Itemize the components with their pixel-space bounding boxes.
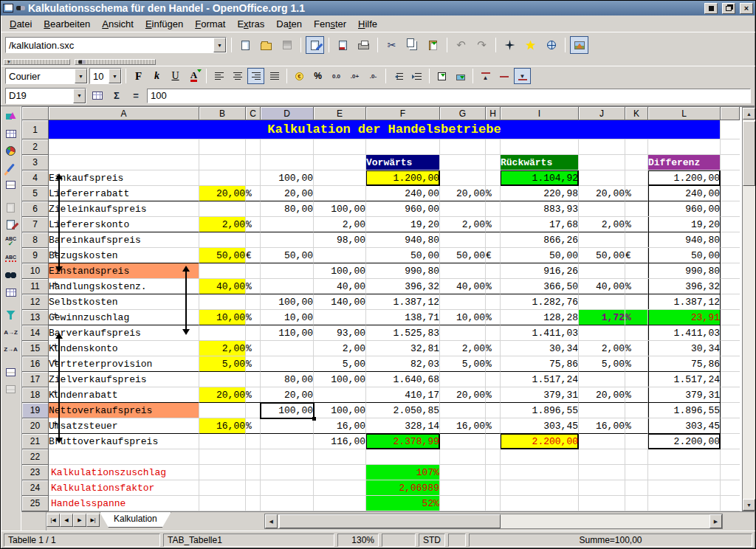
decrease-indent-button[interactable] bbox=[390, 68, 407, 84]
cell-C23[interactable] bbox=[246, 465, 261, 480]
new-document-button[interactable] bbox=[236, 36, 255, 54]
vertical-scrollbar[interactable]: ▲ ▼ bbox=[742, 107, 755, 511]
cell-L10[interactable]: 990,80 bbox=[648, 263, 721, 279]
scroll-left-button[interactable]: ◀ bbox=[265, 514, 278, 528]
align-justify-button[interactable] bbox=[266, 68, 283, 84]
cell-J3[interactable] bbox=[579, 155, 625, 170]
row-header-8[interactable]: 8 bbox=[22, 232, 49, 248]
cell-J17[interactable] bbox=[579, 372, 625, 387]
row-header-22[interactable]: 22 bbox=[22, 449, 49, 465]
open-button[interactable] bbox=[257, 36, 275, 54]
cell-D12[interactable]: 100,00 bbox=[261, 294, 314, 310]
cell-A22[interactable] bbox=[49, 449, 199, 465]
cell-I20[interactable]: 303,45 bbox=[501, 418, 579, 434]
autopilot-button[interactable] bbox=[521, 36, 540, 54]
cell-K5[interactable]: % bbox=[625, 186, 648, 201]
cell-K14[interactable] bbox=[625, 325, 648, 341]
cell-I6[interactable]: 883,93 bbox=[501, 201, 579, 217]
cell-E5[interactable] bbox=[314, 186, 366, 201]
cell-G4[interactable] bbox=[440, 170, 486, 186]
cell-H25[interactable] bbox=[486, 496, 501, 511]
status-selection-mode[interactable]: STD bbox=[419, 534, 445, 547]
cell-I11[interactable]: 366,50 bbox=[501, 279, 579, 294]
cell-G17[interactable] bbox=[440, 372, 486, 387]
cell-C11[interactable]: % bbox=[246, 279, 261, 294]
toolbar-grip-pin[interactable] bbox=[75, 59, 156, 65]
cell-B7[interactable]: 2,00 bbox=[199, 217, 246, 232]
cell-A24[interactable]: Kalkulationsfaktor bbox=[49, 480, 199, 496]
draw-functions-button[interactable] bbox=[2, 159, 20, 176]
cell-E19[interactable]: 100,00 bbox=[314, 403, 366, 418]
cell-J20[interactable]: 16,00 bbox=[579, 418, 625, 434]
col-header-K[interactable]: K bbox=[625, 107, 648, 120]
row-header-3[interactable]: 3 bbox=[22, 155, 49, 170]
cell-H6[interactable] bbox=[486, 201, 501, 217]
format-standard-button[interactable]: 0.0 bbox=[328, 68, 345, 84]
cell-D5[interactable]: 20,00 bbox=[261, 186, 314, 201]
row-header-17[interactable]: 17 bbox=[22, 372, 49, 387]
copy-button[interactable] bbox=[403, 36, 422, 54]
cell-K22[interactable] bbox=[625, 449, 648, 465]
row-header-25[interactable]: 25 bbox=[22, 496, 49, 511]
insert-cells-button[interactable] bbox=[2, 125, 20, 142]
valign-bottom-button[interactable]: ▼ bbox=[514, 68, 531, 84]
menu-item-5[interactable]: Extras bbox=[231, 17, 270, 31]
cell-A5[interactable]: -Liefererrabatt bbox=[49, 186, 199, 201]
row-header-4[interactable]: 4 bbox=[22, 170, 49, 186]
cell-G18[interactable]: 20,00 bbox=[440, 387, 486, 403]
navigator-button[interactable] bbox=[501, 36, 519, 54]
cell-E20[interactable]: 16,00 bbox=[314, 418, 366, 434]
cell-G6[interactable] bbox=[440, 201, 486, 217]
cell-B8[interactable] bbox=[199, 232, 246, 248]
row-header-12[interactable]: 12 bbox=[22, 294, 49, 310]
cell-L13[interactable]: 23,91 bbox=[648, 310, 721, 325]
cell-I25[interactable] bbox=[501, 496, 579, 511]
cell-D8[interactable] bbox=[261, 232, 314, 248]
cell-F8[interactable]: 940,80 bbox=[366, 232, 440, 248]
cell-L14[interactable]: 1.411,03 bbox=[648, 325, 721, 341]
cell-D15[interactable] bbox=[261, 341, 314, 356]
cell-H16[interactable]: % bbox=[486, 356, 501, 372]
cell-C5[interactable]: % bbox=[246, 186, 261, 201]
cell-C9[interactable]: € bbox=[246, 248, 261, 263]
col-header-C[interactable]: C bbox=[246, 107, 261, 120]
maximize-button[interactable] bbox=[722, 3, 735, 14]
menu-item-4[interactable]: Format bbox=[189, 17, 231, 31]
cell-F7[interactable]: 19,20 bbox=[366, 217, 440, 232]
cell-K13[interactable]: % bbox=[625, 310, 648, 325]
cell-F19[interactable]: 2.050,85 bbox=[366, 403, 440, 418]
cell-G15[interactable]: 2,00 bbox=[440, 341, 486, 356]
cell-J18[interactable]: 20,00 bbox=[579, 387, 625, 403]
cell-L18[interactable]: 379,31 bbox=[648, 387, 721, 403]
cell-I17[interactable]: 1.517,24 bbox=[501, 372, 579, 387]
cell-E24[interactable] bbox=[314, 480, 366, 496]
cell-E21[interactable]: 116,00 bbox=[314, 434, 366, 449]
sheet-tab-kalkulation[interactable]: Kalkulation bbox=[100, 512, 171, 528]
vertical-scroll-track[interactable] bbox=[743, 186, 755, 499]
paste-button[interactable] bbox=[424, 36, 442, 54]
cell-B17[interactable] bbox=[199, 372, 246, 387]
cell-H18[interactable]: % bbox=[486, 387, 501, 403]
increase-indent-button[interactable] bbox=[408, 68, 425, 84]
cell-H20[interactable]: % bbox=[486, 418, 501, 434]
cut-button[interactable]: ✂ bbox=[382, 36, 401, 54]
cell-K4[interactable] bbox=[625, 170, 648, 186]
cell-C14[interactable] bbox=[246, 325, 261, 341]
cell-K19[interactable] bbox=[625, 403, 648, 418]
cell-L9[interactable]: 50,00 bbox=[648, 248, 721, 263]
align-center-button[interactable] bbox=[229, 68, 246, 84]
menu-item-8[interactable]: Hilfe bbox=[352, 17, 383, 31]
cell-L11[interactable]: 396,32 bbox=[648, 279, 721, 294]
cell-F15[interactable]: 32,81 bbox=[366, 341, 440, 356]
cell-F2[interactable] bbox=[366, 139, 440, 155]
cell-H22[interactable] bbox=[486, 449, 501, 465]
cell-G24[interactable] bbox=[440, 480, 486, 496]
cell-D23[interactable] bbox=[261, 465, 314, 480]
cell-E17[interactable]: 100,00 bbox=[314, 372, 366, 387]
valign-center-button[interactable] bbox=[495, 68, 512, 84]
cell-A3[interactable] bbox=[49, 155, 199, 170]
cell-D16[interactable] bbox=[261, 356, 314, 372]
sheet-title-cell[interactable]: Kalkulation der Handelsbetriebe bbox=[49, 120, 721, 139]
cell-F24[interactable]: 2,06989 bbox=[366, 480, 440, 496]
previous-sheet-button[interactable]: ◀ bbox=[60, 514, 73, 527]
